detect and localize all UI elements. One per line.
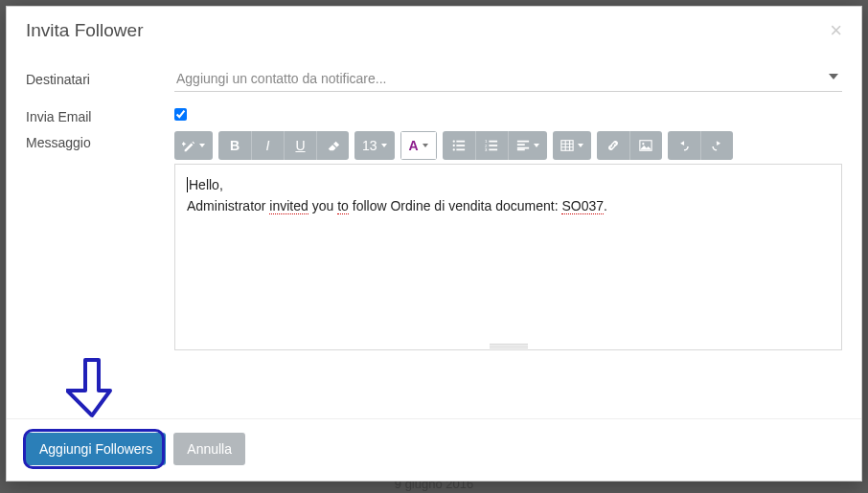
invite-follower-modal: Invita Follower × Destinatari Aggiungi u… — [6, 6, 862, 482]
send-email-label: Invia Email — [26, 105, 174, 127]
editor-line-2: Administrator invited you to follow Ordi… — [187, 195, 830, 216]
redo-button[interactable] — [700, 131, 733, 160]
send-email-row: Invia Email — [26, 105, 842, 127]
close-icon[interactable]: × — [830, 20, 842, 41]
svg-rect-14 — [517, 147, 529, 149]
svg-rect-16 — [561, 141, 573, 151]
font-size-value: 13 — [362, 138, 377, 153]
caret-down-icon — [578, 144, 583, 147]
recipients-placeholder: Aggiungi un contatto da notificare... — [176, 71, 386, 86]
list-ul-icon — [452, 139, 466, 152]
caret-down-icon — [423, 144, 428, 147]
cancel-button[interactable]: Annulla — [173, 433, 245, 465]
image-button[interactable] — [629, 131, 662, 160]
magic-wand-icon — [182, 139, 195, 152]
dropdown-caret-icon[interactable] — [829, 74, 838, 79]
editor-resize-handle[interactable] — [490, 344, 528, 348]
font-color-icon: A — [409, 139, 419, 152]
svg-rect-5 — [456, 149, 465, 151]
svg-rect-3 — [456, 141, 465, 143]
svg-rect-12 — [517, 141, 529, 143]
link-icon — [606, 139, 620, 152]
font-color-dropdown[interactable]: A — [400, 131, 437, 160]
caret-down-icon — [199, 144, 205, 147]
svg-rect-9 — [490, 141, 498, 143]
modal-footer: Aggiungi Followers Annulla — [7, 418, 861, 481]
italic-button[interactable]: I — [251, 131, 284, 160]
image-icon — [639, 139, 652, 152]
caret-down-icon — [534, 144, 539, 147]
modal-body: Destinatari Aggiungi un contatto da noti… — [7, 51, 861, 418]
style-dropdown-button[interactable] — [174, 131, 213, 160]
svg-rect-10 — [490, 145, 498, 146]
recipients-row: Destinatari Aggiungi un contatto da noti… — [26, 68, 842, 92]
recipients-label: Destinatari — [26, 68, 174, 90]
modal-header: Invita Follower × — [7, 7, 861, 51]
modal-title: Invita Follower — [26, 20, 144, 41]
send-email-checkbox[interactable] — [174, 108, 187, 121]
editor-toolbar: B I U 13 — [174, 131, 842, 160]
underline-button[interactable]: U — [284, 131, 316, 160]
eraser-icon — [327, 139, 340, 152]
svg-point-2 — [452, 148, 454, 150]
table-dropdown[interactable] — [553, 131, 591, 160]
add-followers-button[interactable]: Aggiungi Followers — [26, 433, 166, 465]
svg-rect-4 — [456, 145, 465, 146]
svg-rect-11 — [490, 149, 498, 151]
message-editor[interactable]: Hello, Administrator invited you to foll… — [174, 164, 842, 350]
align-left-icon — [516, 139, 530, 152]
caret-down-icon — [381, 144, 387, 147]
undo-button[interactable] — [668, 131, 700, 160]
font-size-dropdown[interactable]: 13 — [354, 131, 395, 160]
svg-point-1 — [452, 145, 454, 146]
message-row: Messaggio B I U — [26, 131, 842, 350]
svg-point-0 — [452, 140, 454, 142]
svg-text:3: 3 — [485, 147, 488, 152]
undo-icon — [677, 139, 691, 152]
redo-icon — [710, 139, 723, 152]
paragraph-dropdown[interactable] — [508, 131, 547, 160]
ordered-list-button[interactable]: 123 — [475, 131, 508, 160]
svg-rect-15 — [517, 149, 525, 151]
list-ol-icon: 123 — [485, 139, 498, 152]
svg-rect-13 — [517, 144, 525, 146]
message-label: Messaggio — [26, 131, 174, 153]
recipients-input[interactable]: Aggiungi un contatto da notificare... — [174, 68, 842, 92]
svg-point-22 — [642, 143, 644, 145]
link-button[interactable] — [597, 131, 629, 160]
bold-button[interactable]: B — [218, 131, 251, 160]
clear-format-button[interactable] — [316, 131, 349, 160]
editor-line-1: Hello, — [187, 174, 830, 195]
unordered-list-button[interactable] — [443, 131, 475, 160]
table-icon — [560, 139, 574, 152]
